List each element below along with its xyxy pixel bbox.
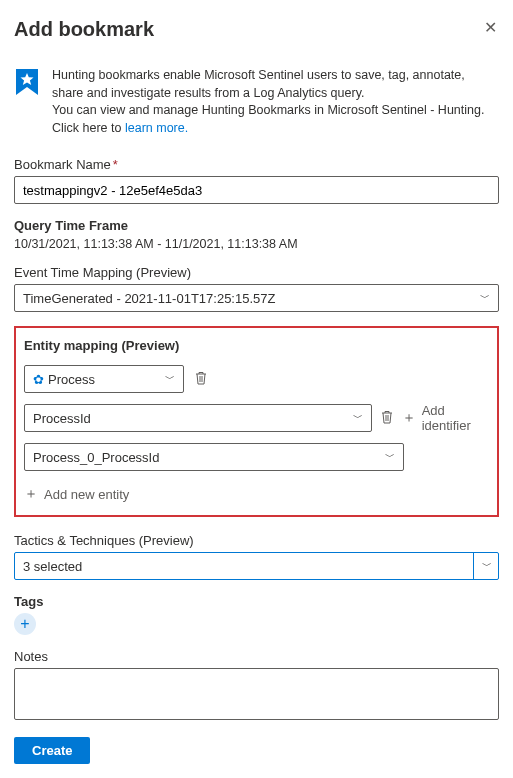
- plus-icon: ＋: [24, 485, 38, 503]
- entity-mapping-title: Entity mapping (Preview): [24, 338, 489, 353]
- info-line1: Hunting bookmarks enable Microsoft Senti…: [52, 68, 465, 100]
- query-timeframe-label: Query Time Frame: [14, 218, 499, 233]
- info-line2: You can view and manage Hunting Bookmark…: [52, 103, 484, 135]
- plus-icon: +: [20, 615, 29, 633]
- event-time-value: TimeGenerated - 2021-11-01T17:25:15.57Z: [23, 291, 275, 306]
- tactics-select[interactable]: 3 selected ﹀: [14, 552, 499, 580]
- close-icon[interactable]: ✕: [482, 18, 499, 38]
- chevron-down-icon: ﹀: [353, 411, 363, 425]
- plus-icon: ＋: [402, 409, 416, 427]
- add-entity-label: Add new entity: [44, 487, 129, 502]
- query-timeframe-value: 10/31/2021, 11:13:38 AM - 11/1/2021, 11:…: [14, 237, 499, 251]
- delete-identifier-icon[interactable]: [380, 410, 394, 427]
- gear-icon: ✿: [33, 372, 44, 387]
- add-new-entity-button[interactable]: ＋ Add new entity: [24, 485, 489, 503]
- identifier-select[interactable]: ProcessId ﹀: [24, 404, 372, 432]
- chevron-down-icon: ﹀: [480, 291, 490, 305]
- chevron-down-icon: ﹀: [385, 450, 395, 464]
- tags-label: Tags: [14, 594, 499, 609]
- chevron-down-icon: ﹀: [165, 372, 175, 386]
- event-time-select[interactable]: TimeGenerated - 2021-11-01T17:25:15.57Z …: [14, 284, 499, 312]
- add-identifier-button[interactable]: ＋ Add identifier: [402, 403, 489, 433]
- entity-type-select[interactable]: ✿Process ﹀: [24, 365, 184, 393]
- add-identifier-label: Add identifier: [422, 403, 489, 433]
- create-button[interactable]: Create: [14, 737, 90, 764]
- delete-entity-icon[interactable]: [194, 371, 208, 388]
- required-star: *: [113, 157, 118, 172]
- identifier-value: ProcessId: [33, 411, 91, 426]
- add-tag-button[interactable]: +: [14, 613, 36, 635]
- column-select[interactable]: Process_0_ProcessId ﹀: [24, 443, 404, 471]
- bookmark-icon: [14, 67, 40, 137]
- event-time-label: Event Time Mapping (Preview): [14, 265, 499, 280]
- column-value: Process_0_ProcessId: [33, 450, 159, 465]
- tactics-value: 3 selected: [23, 559, 82, 574]
- panel-title: Add bookmark: [14, 18, 154, 41]
- info-text: Hunting bookmarks enable Microsoft Senti…: [52, 67, 499, 137]
- learn-more-link[interactable]: learn more.: [125, 121, 188, 135]
- bookmark-name-input[interactable]: [14, 176, 499, 204]
- tactics-label: Tactics & Techniques (Preview): [14, 533, 499, 548]
- chevron-down-icon: ﹀: [482, 559, 492, 573]
- bookmark-name-label: Bookmark Name*: [14, 157, 499, 172]
- notes-label: Notes: [14, 649, 499, 664]
- notes-textarea[interactable]: [14, 668, 499, 720]
- entity-type-value: Process: [48, 372, 95, 387]
- entity-mapping-section: Entity mapping (Preview) ✿Process ﹀ Proc…: [14, 326, 499, 517]
